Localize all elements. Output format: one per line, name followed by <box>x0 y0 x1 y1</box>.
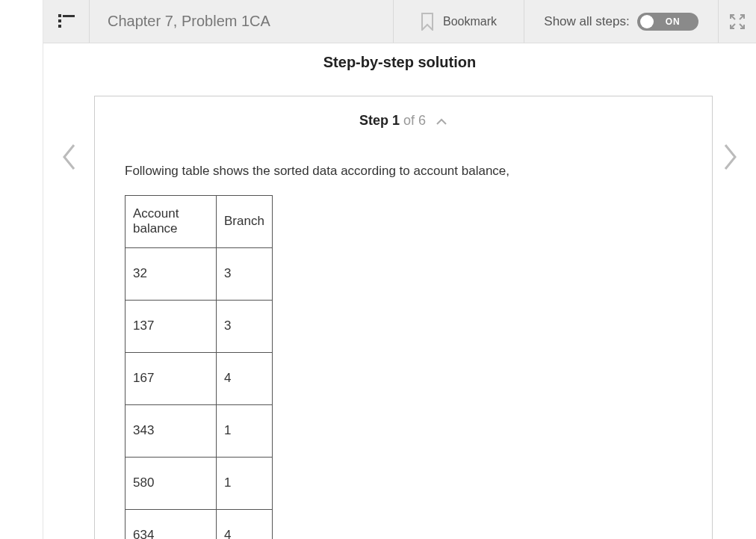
toggle-state: ON <box>666 16 681 27</box>
step-intro: Following table shows the sorted data ac… <box>125 164 682 179</box>
cell-account: 137 <box>126 300 217 352</box>
toggle-knob <box>640 15 654 28</box>
expand-icon <box>729 13 746 30</box>
cell-account: 580 <box>126 457 217 509</box>
chevron-right-icon <box>722 143 739 171</box>
cell-account: 167 <box>126 352 217 404</box>
data-table: Account balance Branch 323 1373 1674 343… <box>125 195 273 539</box>
cell-branch: 4 <box>217 352 273 404</box>
cell-account: 32 <box>126 247 217 300</box>
step-total: of 6 <box>400 113 426 128</box>
step-card: Step 1 of 6 Following table shows the so… <box>94 96 713 539</box>
table-row: 3431 <box>126 404 273 457</box>
problem-title: Chapter 7, Problem 1CA <box>108 13 270 30</box>
cell-branch: 3 <box>217 300 273 352</box>
bookmark-label: Bookmark <box>443 15 497 28</box>
cell-branch: 1 <box>217 404 273 457</box>
step-body: Following table shows the sorted data ac… <box>95 129 712 539</box>
table-row: 6344 <box>126 509 273 539</box>
show-all-steps-toggle[interactable]: ON <box>637 13 698 31</box>
bookmark-icon <box>421 13 434 31</box>
table-row: 1373 <box>126 300 273 352</box>
problem-title-cell: Chapter 7, Problem 1CA <box>90 0 394 43</box>
table-row: 5801 <box>126 457 273 509</box>
chevron-up-icon <box>436 114 447 129</box>
cell-branch: 4 <box>217 509 273 539</box>
cell-account: 634 <box>126 509 217 539</box>
left-gutter <box>0 0 43 539</box>
step-number: Step 1 <box>359 113 400 128</box>
cell-account: 343 <box>126 404 217 457</box>
solution-title: Step-by-step solution <box>43 54 756 71</box>
fullscreen-button[interactable] <box>719 0 756 43</box>
chevron-left-icon <box>61 143 77 171</box>
bookmark-button[interactable]: Bookmark <box>394 0 524 43</box>
table-header-row: Account balance Branch <box>126 195 273 247</box>
header-bar: Chapter 7, Problem 1CA Bookmark Show all… <box>43 0 756 43</box>
show-all-steps: Show all steps: ON <box>524 0 719 43</box>
cell-branch: 1 <box>217 457 273 509</box>
prev-button[interactable] <box>54 135 84 179</box>
table-header-branch: Branch <box>217 195 273 247</box>
table-row: 1674 <box>126 352 273 404</box>
content-area: Step-by-step solution Step 1 of 6 Follow… <box>43 43 756 539</box>
step-header[interactable]: Step 1 of 6 <box>95 113 712 129</box>
cell-branch: 3 <box>217 247 273 300</box>
show-all-steps-label: Show all steps: <box>544 14 629 29</box>
next-button[interactable] <box>716 135 746 179</box>
toc-button[interactable] <box>43 0 90 43</box>
table-header-account: Account balance <box>126 195 217 247</box>
table-row: 323 <box>126 247 273 300</box>
list-icon <box>58 15 75 28</box>
